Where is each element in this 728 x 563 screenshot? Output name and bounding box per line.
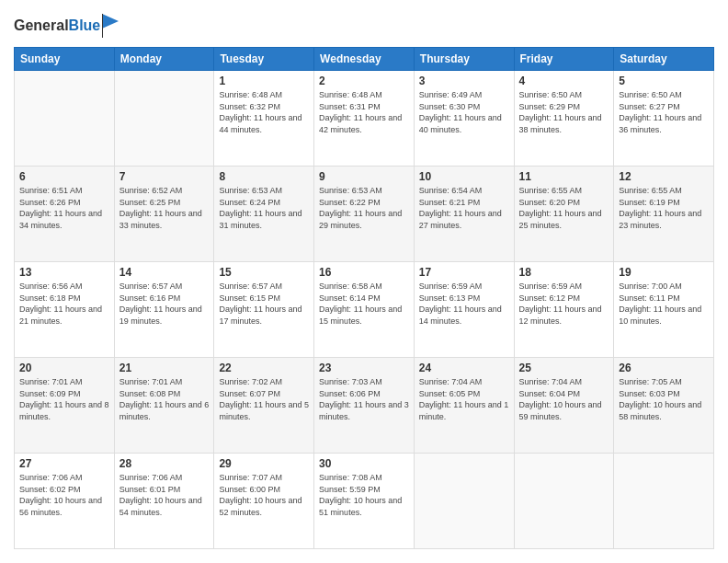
calendar-cell: 15Sunrise: 6:57 AM Sunset: 6:15 PM Dayli… <box>214 262 314 358</box>
day-number: 17 <box>419 266 509 279</box>
day-number: 30 <box>319 457 409 470</box>
weekday-header: Wednesday <box>314 48 415 71</box>
calendar-week-row: 20Sunrise: 7:01 AM Sunset: 6:09 PM Dayli… <box>15 358 714 454</box>
calendar-cell: 13Sunrise: 6:56 AM Sunset: 6:18 PM Dayli… <box>15 262 115 358</box>
day-number: 14 <box>119 266 210 279</box>
calendar-cell: 10Sunrise: 6:54 AM Sunset: 6:21 PM Dayli… <box>414 167 514 262</box>
calendar-cell: 24Sunrise: 7:04 AM Sunset: 6:05 PM Dayli… <box>414 358 514 454</box>
day-number: 22 <box>219 362 309 374</box>
day-detail: Sunrise: 7:01 AM Sunset: 6:08 PM Dayligh… <box>119 376 210 422</box>
weekday-header: Saturday <box>614 48 714 71</box>
day-number: 6 <box>19 170 109 183</box>
day-detail: Sunrise: 7:06 AM Sunset: 6:01 PM Dayligh… <box>119 472 210 518</box>
calendar-cell: 14Sunrise: 6:57 AM Sunset: 6:16 PM Dayli… <box>114 262 214 358</box>
day-detail: Sunrise: 6:48 AM Sunset: 6:31 PM Dayligh… <box>319 89 409 135</box>
calendar-cell: 16Sunrise: 6:58 AM Sunset: 6:14 PM Dayli… <box>314 262 415 358</box>
day-number: 13 <box>19 266 109 279</box>
day-detail: Sunrise: 6:55 AM Sunset: 6:19 PM Dayligh… <box>619 185 709 231</box>
calendar-cell: 21Sunrise: 7:01 AM Sunset: 6:08 PM Dayli… <box>114 358 214 454</box>
day-number: 20 <box>19 362 109 374</box>
calendar-cell: 2Sunrise: 6:48 AM Sunset: 6:31 PM Daylig… <box>314 71 415 167</box>
calendar-cell: 3Sunrise: 6:49 AM Sunset: 6:30 PM Daylig… <box>414 71 514 167</box>
day-detail: Sunrise: 6:56 AM Sunset: 6:18 PM Dayligh… <box>19 281 109 327</box>
day-detail: Sunrise: 7:04 AM Sunset: 6:04 PM Dayligh… <box>519 376 609 422</box>
day-number: 8 <box>219 170 309 183</box>
day-number: 10 <box>419 170 509 183</box>
day-detail: Sunrise: 6:55 AM Sunset: 6:20 PM Dayligh… <box>519 185 609 231</box>
day-detail: Sunrise: 6:53 AM Sunset: 6:24 PM Dayligh… <box>219 185 309 231</box>
day-detail: Sunrise: 7:01 AM Sunset: 6:09 PM Dayligh… <box>19 376 109 422</box>
day-number: 5 <box>619 75 709 87</box>
weekday-header: Friday <box>514 48 614 71</box>
calendar-cell: 27Sunrise: 7:06 AM Sunset: 6:02 PM Dayli… <box>15 454 115 549</box>
day-detail: Sunrise: 6:50 AM Sunset: 6:27 PM Dayligh… <box>619 89 709 135</box>
logo-text: GeneralBlue <box>14 17 100 34</box>
calendar-cell: 22Sunrise: 7:02 AM Sunset: 6:07 PM Dayli… <box>214 358 314 454</box>
calendar-cell: 4Sunrise: 6:50 AM Sunset: 6:29 PM Daylig… <box>514 71 614 167</box>
weekday-header: Thursday <box>414 48 514 71</box>
day-number: 15 <box>219 266 309 279</box>
day-number: 28 <box>119 457 210 470</box>
day-detail: Sunrise: 6:54 AM Sunset: 6:21 PM Dayligh… <box>419 185 509 231</box>
day-number: 24 <box>419 362 509 374</box>
calendar-cell <box>614 454 714 549</box>
day-number: 19 <box>619 266 709 279</box>
day-detail: Sunrise: 6:59 AM Sunset: 6:12 PM Dayligh… <box>519 281 609 327</box>
calendar-cell <box>414 454 514 549</box>
day-detail: Sunrise: 7:04 AM Sunset: 6:05 PM Dayligh… <box>419 376 509 422</box>
calendar-cell <box>114 71 214 167</box>
calendar-table: SundayMondayTuesdayWednesdayThursdayFrid… <box>14 47 714 549</box>
logo: GeneralBlue <box>14 14 120 38</box>
calendar-cell <box>15 71 115 167</box>
day-number: 3 <box>419 75 509 87</box>
calendar-cell: 8Sunrise: 6:53 AM Sunset: 6:24 PM Daylig… <box>214 167 314 262</box>
day-number: 4 <box>519 75 609 87</box>
calendar-cell: 30Sunrise: 7:08 AM Sunset: 5:59 PM Dayli… <box>314 454 415 549</box>
calendar-cell: 17Sunrise: 6:59 AM Sunset: 6:13 PM Dayli… <box>414 262 514 358</box>
day-detail: Sunrise: 6:52 AM Sunset: 6:25 PM Dayligh… <box>119 185 210 231</box>
day-detail: Sunrise: 7:06 AM Sunset: 6:02 PM Dayligh… <box>19 472 109 518</box>
day-number: 9 <box>319 170 409 183</box>
day-number: 27 <box>19 457 109 470</box>
calendar-header-row: SundayMondayTuesdayWednesdayThursdayFrid… <box>15 48 714 71</box>
day-number: 18 <box>519 266 609 279</box>
day-detail: Sunrise: 6:57 AM Sunset: 6:16 PM Dayligh… <box>119 281 210 327</box>
page: GeneralBlue SundayMondayTuesdayWednesday… <box>0 0 728 563</box>
calendar-cell <box>514 454 614 549</box>
day-detail: Sunrise: 6:48 AM Sunset: 6:32 PM Dayligh… <box>219 89 309 135</box>
day-detail: Sunrise: 7:03 AM Sunset: 6:06 PM Dayligh… <box>319 376 409 422</box>
calendar-cell: 6Sunrise: 6:51 AM Sunset: 6:26 PM Daylig… <box>15 167 115 262</box>
day-detail: Sunrise: 6:51 AM Sunset: 6:26 PM Dayligh… <box>19 185 109 231</box>
day-detail: Sunrise: 6:58 AM Sunset: 6:14 PM Dayligh… <box>319 281 409 327</box>
calendar-cell: 7Sunrise: 6:52 AM Sunset: 6:25 PM Daylig… <box>114 167 214 262</box>
calendar-week-row: 27Sunrise: 7:06 AM Sunset: 6:02 PM Dayli… <box>15 454 714 549</box>
day-number: 11 <box>519 170 609 183</box>
calendar-cell: 29Sunrise: 7:07 AM Sunset: 6:00 PM Dayli… <box>214 454 314 549</box>
calendar-cell: 20Sunrise: 7:01 AM Sunset: 6:09 PM Dayli… <box>15 358 115 454</box>
day-detail: Sunrise: 6:53 AM Sunset: 6:22 PM Dayligh… <box>319 185 409 231</box>
calendar-cell: 26Sunrise: 7:05 AM Sunset: 6:03 PM Dayli… <box>614 358 714 454</box>
day-number: 23 <box>319 362 409 374</box>
calendar-cell: 11Sunrise: 6:55 AM Sunset: 6:20 PM Dayli… <box>514 167 614 262</box>
calendar-cell: 9Sunrise: 6:53 AM Sunset: 6:22 PM Daylig… <box>314 167 415 262</box>
calendar-week-row: 6Sunrise: 6:51 AM Sunset: 6:26 PM Daylig… <box>15 167 714 262</box>
day-number: 16 <box>319 266 409 279</box>
svg-marker-0 <box>102 14 119 29</box>
day-detail: Sunrise: 6:49 AM Sunset: 6:30 PM Dayligh… <box>419 89 509 135</box>
weekday-header: Monday <box>114 48 214 71</box>
day-detail: Sunrise: 6:57 AM Sunset: 6:15 PM Dayligh… <box>219 281 309 327</box>
day-number: 7 <box>119 170 210 183</box>
calendar-cell: 18Sunrise: 6:59 AM Sunset: 6:12 PM Dayli… <box>514 262 614 358</box>
calendar-cell: 28Sunrise: 7:06 AM Sunset: 6:01 PM Dayli… <box>114 454 214 549</box>
day-detail: Sunrise: 6:50 AM Sunset: 6:29 PM Dayligh… <box>519 89 609 135</box>
day-number: 29 <box>219 457 309 470</box>
day-number: 2 <box>319 75 409 87</box>
calendar-cell: 1Sunrise: 6:48 AM Sunset: 6:32 PM Daylig… <box>214 71 314 167</box>
calendar-cell: 12Sunrise: 6:55 AM Sunset: 6:19 PM Dayli… <box>614 167 714 262</box>
logo-flag-icon <box>102 14 120 38</box>
day-detail: Sunrise: 6:59 AM Sunset: 6:13 PM Dayligh… <box>419 281 509 327</box>
weekday-header: Tuesday <box>214 48 314 71</box>
day-detail: Sunrise: 7:02 AM Sunset: 6:07 PM Dayligh… <box>219 376 309 422</box>
calendar-cell: 25Sunrise: 7:04 AM Sunset: 6:04 PM Dayli… <box>514 358 614 454</box>
day-detail: Sunrise: 7:08 AM Sunset: 5:59 PM Dayligh… <box>319 472 409 518</box>
